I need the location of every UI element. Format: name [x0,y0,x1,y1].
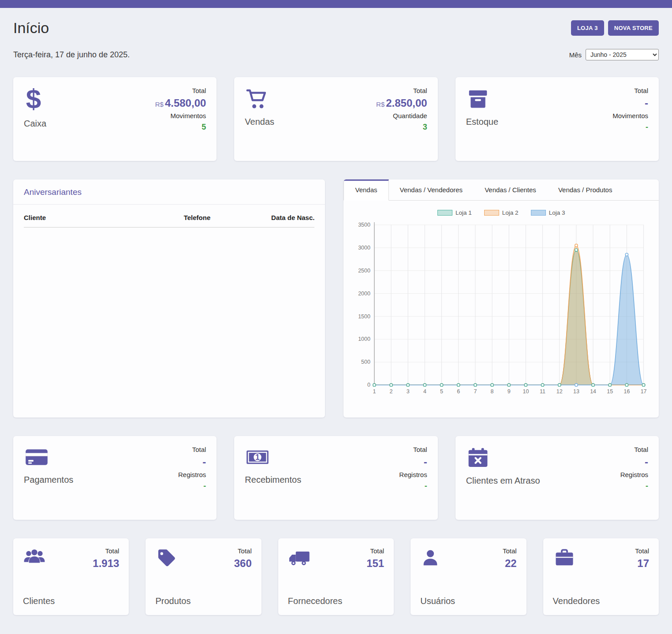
y-tick-label: 3000 [358,245,371,251]
data-point-marker [575,244,578,246]
store-button[interactable]: LOJA 3 [571,20,604,36]
total-value: R$4.580,00 [155,97,206,109]
total-value: - [178,456,206,468]
total-label: Total [376,87,427,94]
vendas-card: Vendas Total R$2.850,00 Quantidade 3 [234,77,437,161]
card-title: Recebimentos [245,475,301,485]
sub-value: 5 [155,123,206,132]
data-point-marker [592,384,594,386]
data-point-marker [390,384,392,386]
legend-swatch [437,210,452,216]
total-label: Total [93,547,119,555]
dashboard-page: Início LOJA 3 NOVA STORE Terça-feira, 17… [0,8,672,633]
bottom-stat-row: Total 1.913 Clientes Total 360 Pr [13,538,659,615]
tab-vendas-clientes[interactable]: Vendas / Clientes [474,179,547,200]
data-point-marker [373,384,376,386]
column-header-telefone: Telefone [184,208,257,227]
caixa-card: $ Caixa Total R$4.580,00 Movimentos 5 [13,77,217,161]
legend-item-loja-1[interactable]: Loja 1 [437,209,472,216]
x-tick-label: 3 [407,388,410,395]
recebimentos-card: 1 Recebimentos Total - Registros - [234,436,437,520]
tag-icon [155,547,176,569]
chart-legend: Loja 1Loja 2Loja 3 [351,209,651,216]
tab-vendas[interactable]: Vendas [343,179,388,201]
y-tick-label: 2500 [358,268,371,274]
estoque-card: Estoque Total - Movimentos - [455,77,659,161]
y-tick-label: 2000 [358,291,371,297]
x-tick-label: 5 [441,388,444,395]
card-title: Produtos [155,596,251,606]
total-value: R$2.850,00 [376,97,427,109]
total-label: Total [234,547,252,555]
dollar-icon: $ [24,87,46,112]
total-value: 22 [503,558,517,569]
vendedores-card: Total 17 Vendedores [543,538,659,615]
data-point-marker [558,384,561,386]
svg-text:$: $ [26,83,41,114]
sub-label: Registros [399,471,427,478]
total-value: 151 [366,558,384,569]
data-point-marker [626,253,628,256]
x-tick-label: 4 [423,388,426,395]
total-value: 1.913 [93,558,119,569]
card-title: Caixa [24,119,46,129]
legend-label: Loja 1 [455,209,472,216]
x-tick-label: 8 [491,388,494,395]
data-point-marker [575,249,578,251]
total-label: Total [366,547,384,555]
data-point-marker [609,384,611,386]
x-tick-label: 7 [474,388,477,395]
sub-value: - [399,481,427,491]
column-header-data-nasc: Data de Nasc. [257,208,315,227]
data-point-marker [541,384,544,386]
legend-item-loja-3[interactable]: Loja 3 [531,209,565,216]
top-accent-bar [0,0,672,8]
x-tick-label: 10 [523,388,529,395]
currency-prefix: R$ [376,101,385,108]
y-tick-label: 0 [367,382,370,388]
x-tick-label: 14 [590,388,597,395]
data-point-marker [642,384,645,386]
tab-vendas-vendedores[interactable]: Vendas / Vendedores [389,179,474,200]
nova-store-button[interactable]: NOVA STORE [608,20,659,36]
panel-head: Aniversariantes [13,179,325,205]
card-title: Fornecedores [288,596,384,606]
card-title: Vendas [245,117,274,127]
card-title: Usuários [420,596,516,606]
legend-swatch [484,210,499,216]
data-point-marker [491,384,493,386]
user-icon [420,547,441,569]
total-label: Total [503,547,517,555]
total-value: 17 [635,558,649,569]
chart-tabs: Vendas Vendas / Vendedores Vendas / Clie… [343,179,659,201]
total-label: Total [399,446,427,453]
data-point-marker [441,384,443,386]
sub-value: - [612,123,648,132]
month-select[interactable]: Junho - 2025 [586,49,659,60]
total-value: 360 [234,558,252,569]
y-tick-label: 500 [362,359,371,365]
fornecedores-card: Total 151 Fornecedores [278,538,394,615]
truck-icon [288,547,311,569]
produtos-card: Total 360 Produtos [146,538,261,615]
header-buttons: LOJA 3 NOVA STORE [571,20,659,36]
legend-item-loja-2[interactable]: Loja 2 [484,209,519,216]
month-picker: Mês Junho - 2025 [569,49,659,60]
y-tick-label: 1500 [358,313,371,320]
month-label: Mês [569,51,582,59]
panel-title: Aniversariantes [24,187,82,197]
chart-area: Loja 1Loja 2Loja 3 050010001500200025003… [343,201,659,408]
middle-row: Aniversariantes Cliente Telefone Data de… [13,179,659,418]
tab-vendas-produtos[interactable]: Vendas / Produtos [547,179,623,200]
card-title: Vendedores [553,596,649,606]
people-icon [23,547,46,569]
legend-label: Loja 3 [549,209,565,216]
total-value: - [612,97,648,109]
top-stat-row: $ Caixa Total R$4.580,00 Movimentos 5 [13,77,659,161]
total-label: Total [155,87,206,94]
clientes-atraso-card: Clientes em Atraso Total - Registros - [455,436,659,520]
x-tick-label: 1 [373,388,376,395]
subheader: Terça-feira, 17 de junho de 2025. Mês Ju… [13,49,659,60]
date-text: Terça-feira, 17 de junho de 2025. [13,50,130,60]
sub-label: Movimentos [612,112,648,119]
